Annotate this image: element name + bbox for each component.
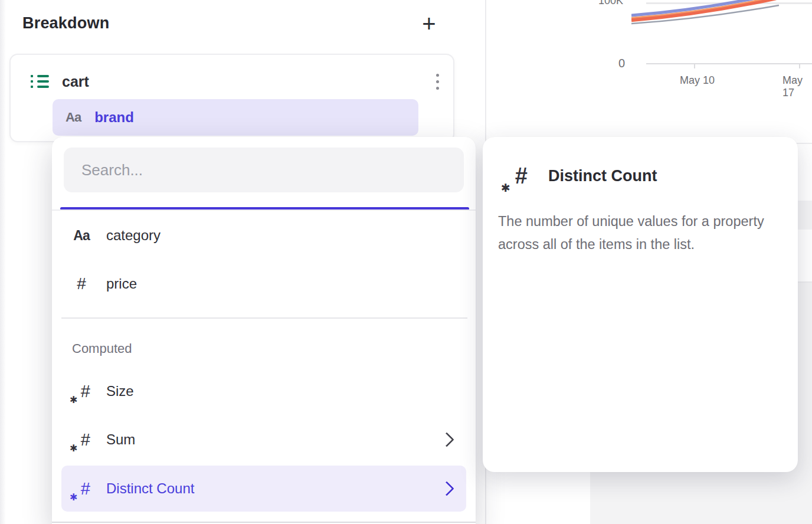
computed-number-icon: #✱ [73,478,90,499]
y-axis-label-zero: 0 [618,57,625,70]
dropdown-item-label: category [106,227,161,244]
dropdown-item-label: Size [106,383,134,399]
chart-series-lines [631,0,780,28]
text-property-icon: Aa [73,228,89,244]
breakdown-card: cart Aa brand [9,54,454,142]
hash-glyph: # [81,429,90,450]
dropdown-item-label: Distinct Count [106,480,194,497]
dropdown-item-category[interactable]: Aa category [61,212,466,258]
dropdown-item-distinct-count[interactable]: #✱ Distinct Count [61,466,466,512]
breakdown-section-title: Breakdown [22,14,109,32]
property-dropdown: Aa category # price Computed #✱ Size #✱ … [52,137,476,524]
tooltip-description: The number of unique values for a proper… [498,210,782,256]
list-name: cart [62,73,89,90]
page-left-shadow [0,0,6,524]
dropdown-divider [61,317,467,319]
add-breakdown-button[interactable]: + [415,9,443,38]
property-tooltip: #✱ Distinct Count The number of unique v… [483,137,798,472]
selected-property-chip[interactable]: Aa brand [53,99,418,136]
breakdown-list-row[interactable]: cart [31,68,441,95]
hash-glyph: # [81,381,90,402]
dropdown-item-label: Sum [106,431,135,448]
kebab-menu-icon[interactable] [434,70,441,94]
app-canvas: 100K 0 May 10 May 17 Breakdown + cart Aa… [0,0,812,524]
star-glyph: ✱ [70,395,77,405]
star-glyph: ✱ [501,183,510,192]
star-glyph: ✱ [70,444,77,453]
text-property-icon: Aa [66,110,81,125]
hash-glyph: # [515,163,528,189]
x-axis-label-may17: May 17 [782,74,812,99]
list-icon [31,72,49,91]
dropdown-item-label: price [106,276,137,292]
x-axis-label-may10: May 10 [680,74,715,87]
hash-glyph: # [81,478,90,499]
plus-icon: + [422,12,436,35]
star-glyph: ✱ [70,493,77,502]
dropdown-item-sum[interactable]: #✱ Sum [61,417,466,463]
chevron-right-icon [439,432,454,447]
dropdown-item-price[interactable]: # price [61,261,466,307]
search-input[interactable] [64,148,464,192]
dropdown-item-size[interactable]: #✱ Size [61,368,466,414]
x-axis-tickmark [694,64,695,68]
computed-number-icon: #✱ [73,381,90,402]
number-property-icon: # [77,274,86,293]
tooltip-title: Distinct Count [548,167,657,185]
x-axis-line [646,63,812,64]
tooltip-header: #✱ Distinct Count [505,163,657,189]
computed-section-label: Computed [72,341,132,356]
computed-number-icon: #✱ [505,163,528,189]
chevron-right-icon [439,481,454,496]
selected-property-label: brand [94,109,134,126]
search-divider [52,209,476,211]
y-axis-label-top: 100K [598,0,623,7]
x-axis-tickmark [799,64,800,68]
computed-number-icon: #✱ [73,429,90,450]
dropdown-bottom-divider [52,522,476,523]
